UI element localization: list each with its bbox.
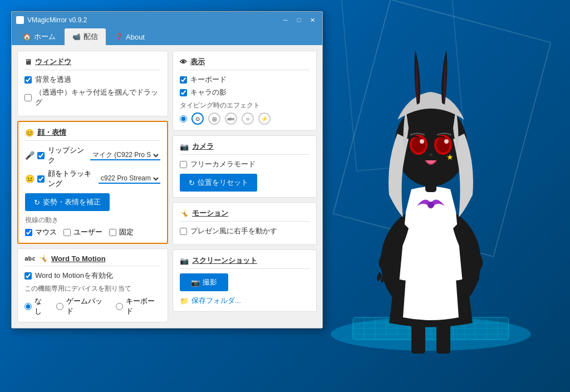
- svg-point-27: [436, 137, 450, 153]
- motion-title-text: モーション: [192, 208, 228, 218]
- wtm-enable-row: Word to Motionを有効化: [24, 271, 161, 281]
- gaze-fixed-row: 固定: [109, 227, 134, 237]
- effect-star-icon[interactable]: ○: [242, 112, 254, 125]
- keyboard-row: キーボード: [180, 75, 309, 85]
- drag-near-char-label: （透過中）キャラ付近を掴んでドラッグ: [35, 87, 161, 107]
- free-camera-checkbox[interactable]: [180, 161, 187, 168]
- tab-streaming-label: 配信: [83, 32, 98, 42]
- gaze-row: マウス ユーザー 固定: [25, 227, 160, 237]
- wtm-gamepad-radio[interactable]: [56, 303, 63, 310]
- effect-none-icon[interactable]: ⊙: [191, 112, 204, 125]
- face-tracking-label: 顔をトラッキング: [48, 169, 95, 189]
- minimize-button[interactable]: ─: [280, 16, 291, 24]
- gaze-user-label: ユーザー: [73, 227, 102, 237]
- app-icon: [16, 16, 24, 24]
- nav-tabs: 🏠 ホーム 📹 配信 ❓ About: [12, 28, 322, 45]
- typing-effects-row: ⊙ ◎ abc ○ ⚡: [180, 112, 309, 125]
- wtm-enable-checkbox[interactable]: [24, 272, 32, 280]
- wtm-keyboard-radio[interactable]: [116, 303, 123, 310]
- svg-point-19: [428, 202, 434, 208]
- window-title-text: ウィンドウ: [35, 57, 71, 67]
- wtm-title-text: Word To Motion: [51, 254, 106, 263]
- camera-panel-title: 📷 カメラ: [180, 141, 309, 155]
- app-window: VMagicMirror v0.9.2 ─ □ ✕ 🏠 ホーム 📹 配信 ❓ A…: [11, 11, 323, 329]
- lipsync-label: リップシンク: [48, 145, 87, 165]
- keyboard-checkbox[interactable]: [180, 76, 187, 84]
- wtm-none-label: なし: [35, 296, 48, 316]
- window-panel: 🖥 ウィンドウ 背景を透過 （透過中）キャラ付近を掴んでドラッグ: [17, 51, 168, 116]
- microphone-icon: 🎤: [25, 151, 34, 160]
- drag-near-char-row: （透過中）キャラ付近を掴んでドラッグ: [24, 87, 161, 107]
- gaze-fixed-checkbox[interactable]: [109, 229, 116, 236]
- free-camera-row: フリーカメラモード: [180, 159, 309, 169]
- face-tracking-device-select[interactable]: c922 Pro Stream: [99, 174, 160, 184]
- refresh-icon: ↻: [34, 198, 40, 207]
- motion-panel: 🤸 モーション プレゼン風に右手を動かす: [173, 202, 317, 245]
- screenshot-icon: 📷: [180, 257, 189, 265]
- capture-button[interactable]: 📷 撮影: [180, 273, 228, 291]
- lipsync-checkbox[interactable]: [37, 152, 45, 159]
- wtm-panel-title: abc 🤸 Word To Motion: [24, 254, 161, 266]
- screenshot-panel: 📷 スクリーンショット 📷 撮影 📁 保存フォルダ...: [173, 249, 317, 312]
- tab-about[interactable]: ❓ About: [107, 28, 153, 45]
- about-icon: ❓: [115, 33, 123, 41]
- folder-icon: 📁: [180, 297, 189, 305]
- face-tracking-row: 😐 顔をトラッキング c922 Pro Stream: [25, 169, 160, 189]
- tab-streaming[interactable]: 📹 配信: [65, 28, 106, 45]
- present-motion-row: プレゼン風に右手を動かす: [180, 226, 309, 236]
- gaze-fixed-label: 固定: [119, 227, 134, 237]
- close-button[interactable]: ✕: [307, 16, 318, 24]
- maximize-button[interactable]: □: [293, 16, 304, 24]
- face-panel: 😊 顔・表情 🎤 リップシンク マイク (C922 Pro S 😐 顔をトラッキ…: [17, 121, 168, 244]
- reset-position-button[interactable]: ↻ 位置をリセット: [180, 174, 257, 192]
- wtm-enable-label: Word to Motionを有効化: [35, 271, 113, 281]
- face-title-text: 顔・表情: [37, 128, 66, 138]
- gaze-mouse-label: マウス: [35, 227, 57, 237]
- wtm-none-radio[interactable]: [24, 303, 32, 310]
- lipsync-row: 🎤 リップシンク マイク (C922 Pro S: [25, 145, 160, 165]
- char-shadow-checkbox[interactable]: [180, 89, 187, 96]
- effect-lightning-icon[interactable]: ⚡: [258, 112, 271, 125]
- wtm-keyboard-label: キーボード: [126, 296, 161, 316]
- face-tracking-checkbox[interactable]: [37, 175, 45, 183]
- wtm-icon2: 🤸: [39, 254, 48, 263]
- tab-home[interactable]: 🏠 ホーム: [15, 28, 63, 45]
- gaze-label: 視線の動き: [25, 215, 160, 225]
- effect-abc-icon[interactable]: abc: [225, 112, 237, 125]
- svg-point-28: [420, 139, 424, 144]
- char-shadow-label: キャラの影: [190, 87, 227, 97]
- wtm-device-keyboard: キーボード: [116, 296, 161, 316]
- effect-none-radio[interactable]: [180, 115, 187, 122]
- home-icon: 🏠: [23, 33, 31, 41]
- window-controls: ─ □ ✕: [280, 16, 318, 24]
- bg-transparent-checkbox[interactable]: [24, 76, 32, 84]
- keyboard-label: キーボード: [190, 75, 227, 85]
- reset-icon: ↻: [189, 179, 195, 187]
- svg-point-30: [429, 154, 433, 156]
- capture-btn-label: 撮影: [203, 277, 217, 287]
- wtm-device-options: なし ゲームパッド キーボード: [24, 296, 161, 316]
- character-area: ★: [308, 22, 553, 367]
- lipsync-device-select[interactable]: マイク (C922 Pro S: [90, 150, 160, 160]
- screenshot-title-text: スクリーンショット: [192, 256, 257, 266]
- main-content: 🖥 ウィンドウ 背景を透過 （透過中）キャラ付近を掴んでドラッグ 😊 顔・表情: [12, 45, 322, 328]
- gaze-user-checkbox[interactable]: [63, 229, 71, 236]
- present-motion-checkbox[interactable]: [180, 228, 187, 235]
- svg-text:★: ★: [446, 153, 454, 161]
- bg-transparent-row: 背景を透過: [24, 75, 161, 85]
- calibrate-button[interactable]: ↻ 姿勢・表情を補正: [25, 193, 110, 211]
- save-folder-link[interactable]: 📁 保存フォルダ...: [180, 296, 309, 306]
- gaze-user-row: ユーザー: [63, 227, 102, 237]
- folder-label: 保存フォルダ...: [191, 296, 241, 306]
- gaze-section: 視線の動き マウス ユーザー 固定: [25, 215, 160, 237]
- drag-near-char-checkbox[interactable]: [24, 94, 32, 101]
- display-panel-title: 👁 表示: [180, 57, 309, 70]
- wtm-device-label: この機能専用にデバイスを割り当て: [24, 284, 161, 293]
- gaze-mouse-checkbox[interactable]: [25, 229, 32, 236]
- effect-ripple-icon[interactable]: ◎: [208, 112, 220, 125]
- reset-btn-label: 位置をリセット: [198, 178, 248, 188]
- svg-rect-21: [436, 320, 450, 354]
- face-panel-title: 😊 顔・表情: [25, 128, 160, 141]
- window-panel-title: 🖥 ウィンドウ: [24, 57, 161, 70]
- display-title-text: 表示: [190, 57, 205, 67]
